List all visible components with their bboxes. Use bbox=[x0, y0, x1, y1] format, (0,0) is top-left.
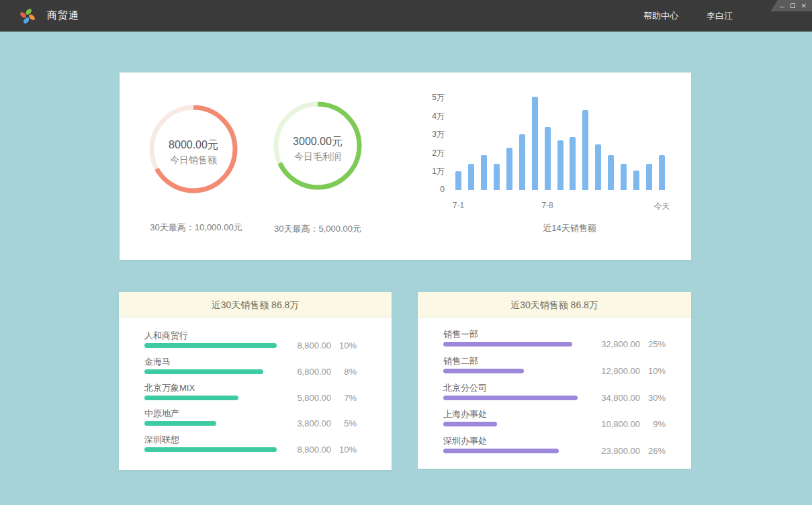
row-percent: 5% bbox=[331, 418, 357, 428]
maximize-icon[interactable] bbox=[791, 3, 795, 8]
row-amount: 3,800.00 bbox=[281, 418, 331, 428]
today-sales-gauge: 8000.00元 今日销售额 bbox=[146, 102, 240, 196]
row-amount: 10,800.00 bbox=[590, 419, 640, 429]
row-amount: 6,800.00 bbox=[281, 367, 331, 377]
row-percent: 10% bbox=[331, 445, 357, 455]
row-percent: 10% bbox=[331, 340, 357, 351]
user-menu[interactable]: 李白江 bbox=[707, 10, 733, 22]
row-amount: 8,800.00 bbox=[281, 445, 331, 455]
bar bbox=[468, 164, 474, 190]
y-tick-label: 5万 bbox=[408, 92, 445, 103]
x-tick-label: 7-1 bbox=[453, 201, 464, 210]
bar bbox=[455, 171, 461, 190]
departments-card: 近30天销售额 86.8万 销售一部32,800.0025%销售二部12,800… bbox=[418, 292, 691, 469]
bar bbox=[481, 155, 487, 190]
bar bbox=[646, 164, 652, 190]
row-amount: 32,800.00 bbox=[590, 339, 640, 349]
list-item: 北京万象MIX5,800.007% bbox=[144, 382, 392, 406]
y-tick-label: 0 bbox=[408, 185, 445, 194]
customers-card: 近30天销售额 86.8万 人和商贸行8,800.0010%金海马6,800.0… bbox=[119, 292, 392, 470]
y-tick-label: 4万 bbox=[408, 111, 445, 122]
today-profit-label: 今日毛利润 bbox=[271, 151, 365, 163]
dashboard: 8000.00元 今日销售额 3000.00元 今日毛利润 30天最高：10,0… bbox=[0, 32, 812, 505]
row-progress-bar bbox=[443, 342, 572, 347]
row-progress-bar bbox=[443, 422, 497, 426]
y-tick-label: 2万 bbox=[408, 148, 445, 159]
y-tick-label: 1万 bbox=[408, 166, 445, 177]
row-values: 5,800.007% bbox=[281, 393, 357, 403]
bar bbox=[545, 127, 551, 190]
row-percent: 9% bbox=[640, 419, 666, 429]
list-item: 人和商贸行8,800.0010% bbox=[144, 330, 392, 354]
row-amount: 8,800.00 bbox=[281, 340, 331, 351]
row-values: 32,800.0025% bbox=[590, 339, 666, 349]
row-percent: 30% bbox=[640, 393, 666, 403]
minimize-icon[interactable] bbox=[780, 7, 784, 7]
list-item: 中原地产3,800.005% bbox=[144, 408, 392, 432]
customers-list: 人和商贸行8,800.0010%金海马6,800.008%北京万象MIX5,80… bbox=[119, 318, 392, 470]
row-values: 8,800.0010% bbox=[281, 340, 357, 351]
titlebar-nav: 帮助中心 李白江 bbox=[643, 10, 812, 22]
row-values: 23,800.0026% bbox=[590, 446, 666, 456]
app-title: 商贸通 bbox=[47, 9, 79, 22]
row-progress-bar bbox=[443, 396, 578, 400]
row-progress-bar bbox=[144, 343, 277, 348]
departments-card-title: 近30天销售额 86.8万 bbox=[418, 292, 691, 318]
bar bbox=[608, 155, 614, 190]
departments-list: 销售一部32,800.0025%销售二部12,800.0010%北京分公司34,… bbox=[418, 318, 691, 469]
bar-chart: 5万4万3万2万1万0 7-17-8今天 bbox=[408, 89, 677, 230]
row-values: 6,800.008% bbox=[281, 367, 357, 377]
bar bbox=[519, 134, 525, 190]
bar bbox=[570, 137, 576, 190]
y-tick-label: 3万 bbox=[408, 129, 445, 140]
list-item: 销售一部32,800.0025% bbox=[443, 328, 691, 353]
bar bbox=[582, 110, 588, 190]
list-item: 深圳办事处23,800.0026% bbox=[443, 435, 691, 459]
row-percent: 7% bbox=[331, 393, 357, 403]
bar bbox=[557, 140, 563, 191]
list-item: 北京分公司34,800.0030% bbox=[443, 382, 691, 406]
row-progress-bar bbox=[144, 447, 277, 452]
bar-chart-caption: 近14天销售额 bbox=[476, 222, 664, 234]
customers-card-title: 近30天销售额 86.8万 bbox=[119, 292, 392, 318]
row-values: 3,800.005% bbox=[281, 418, 357, 428]
row-percent: 25% bbox=[640, 339, 666, 349]
list-item: 金海马6,800.008% bbox=[144, 356, 392, 380]
profit-30day-max: 30天最高：5,000.00元 bbox=[244, 223, 392, 235]
bar bbox=[621, 164, 627, 190]
list-item: 销售二部12,800.0010% bbox=[443, 355, 691, 379]
row-percent: 26% bbox=[640, 446, 666, 456]
titlebar: 商贸通 帮助中心 李白江 ✕ bbox=[0, 0, 812, 32]
bar bbox=[659, 155, 665, 190]
row-amount: 12,800.00 bbox=[590, 366, 640, 376]
row-values: 8,800.0010% bbox=[281, 445, 357, 455]
row-percent: 10% bbox=[640, 366, 666, 376]
close-icon[interactable]: ✕ bbox=[801, 3, 807, 9]
row-values: 12,800.0010% bbox=[590, 366, 666, 376]
today-profit-value: 3000.00元 bbox=[271, 135, 365, 149]
today-sales-value: 8000.00元 bbox=[146, 138, 240, 152]
row-amount: 34,800.00 bbox=[590, 393, 640, 403]
bar bbox=[532, 97, 538, 190]
row-progress-bar bbox=[443, 449, 559, 453]
row-progress-bar bbox=[144, 396, 238, 400]
help-center-link[interactable]: 帮助中心 bbox=[643, 10, 678, 22]
overview-card: 8000.00元 今日销售额 3000.00元 今日毛利润 30天最高：10,0… bbox=[120, 73, 691, 260]
today-sales-label: 今日销售额 bbox=[146, 154, 240, 167]
list-item: 上海办事处10,800.009% bbox=[443, 408, 691, 432]
row-amount: 23,800.00 bbox=[590, 446, 640, 456]
bar bbox=[494, 164, 500, 190]
bar bbox=[506, 148, 512, 191]
x-tick-label: 7-8 bbox=[541, 201, 553, 210]
today-profit-gauge: 3000.00元 今日毛利润 bbox=[271, 99, 365, 193]
bar-chart-bars bbox=[455, 95, 665, 190]
row-progress-bar bbox=[144, 421, 216, 426]
window-controls: ✕ bbox=[770, 0, 812, 11]
bar bbox=[595, 144, 601, 190]
bar bbox=[633, 171, 639, 190]
x-tick-label: 今天 bbox=[654, 201, 670, 212]
row-progress-bar bbox=[144, 369, 263, 374]
list-item: 深圳联想8,800.0010% bbox=[144, 434, 392, 458]
row-amount: 5,800.00 bbox=[281, 393, 331, 403]
row-values: 10,800.009% bbox=[590, 419, 666, 429]
